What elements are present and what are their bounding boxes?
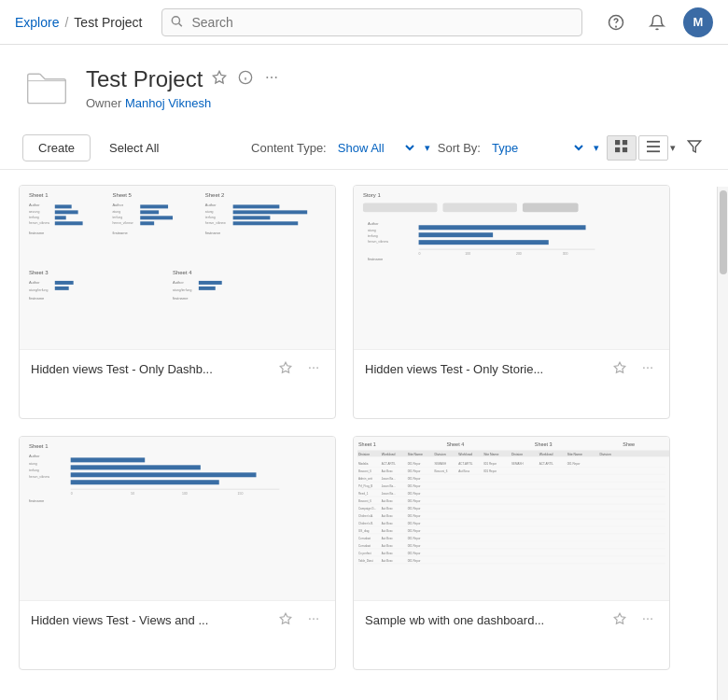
card-4-more[interactable] [637,610,658,630]
card-4-title: Sample wb with one dashboard... [365,613,602,627]
svg-rect-16 [647,146,660,147]
svg-text:Workload: Workload [458,453,472,456]
svg-rect-66 [363,203,438,212]
svg-text:ACT-ARTIL: ACT-ARTIL [382,462,396,466]
select-all-button[interactable]: Select All [102,137,166,159]
svg-text:henvn_viknew: henvn_viknew [29,475,49,479]
svg-rect-92 [71,465,201,469]
list-view-button[interactable] [638,135,668,161]
explore-link[interactable]: Explore [15,15,59,30]
svg-text:atung: atung [205,210,214,214]
svg-text:Table_Diast: Table_Diast [358,559,373,563]
svg-text:Jason Ba...: Jason Ba... [382,484,396,488]
owner-link[interactable]: Manhoj Viknesh [125,96,211,110]
svg-text:Aut Bosc: Aut Bosc [382,552,393,555]
svg-text:Author: Author [112,203,123,207]
svg-point-103 [313,618,315,620]
scrollbar-thumb[interactable] [720,190,727,274]
user-avatar[interactable]: M [683,7,713,37]
bell-button[interactable] [642,7,672,37]
svg-text:Sheet 4: Sheet 4 [446,441,464,447]
card-1-favorite[interactable] [275,359,296,379]
svg-text:firstname: firstname [173,296,189,301]
view-toggle: ▾ [607,135,676,161]
svg-text:001 Repor: 001 Repor [408,484,421,488]
svg-text:Bosconi_6: Bosconi_6 [434,469,447,473]
svg-text:001 Repor: 001 Repor [408,522,421,525]
svg-text:Site Name: Site Name [483,453,498,456]
svg-point-0 [172,16,179,23]
svg-text:Author: Author [29,203,40,207]
svg-rect-58 [199,281,222,285]
svg-text:001 Repor: 001 Repor [408,462,421,466]
svg-text:Aut Bosc: Aut Bosc [382,469,393,473]
search-bar [161,8,583,36]
svg-text:Division: Division [434,453,445,456]
svg-point-85 [651,367,652,369]
svg-text:Workload: Workload [539,453,553,456]
project-header: Test Project Owner Manhoj V [0,45,728,127]
content-type-select[interactable]: Show All Workbooks Views [334,140,417,156]
chevron-sort-icon: ▾ [594,142,599,154]
card-3-favorite[interactable] [275,610,296,630]
svg-text:50: 50 [131,492,134,496]
svg-rect-94 [71,480,219,484]
search-input[interactable] [161,8,583,36]
svg-marker-185 [614,613,625,623]
svg-rect-53 [55,287,69,290]
more-options-button[interactable] [262,68,281,90]
chevron-view-icon: ▾ [670,142,676,154]
filter-button[interactable] [683,135,706,161]
create-button[interactable]: Create [22,134,91,161]
svg-point-186 [643,618,645,620]
help-button[interactable] [601,7,631,37]
svg-text:Sheet 3: Sheet 3 [29,270,49,275]
card-3-title: Hidden views Test - Views and ... [31,613,268,627]
svg-text:Author: Author [29,280,40,285]
sort-select[interactable]: Type Name Date Modified [488,140,586,156]
card-4-favorite[interactable] [609,610,630,630]
svg-text:Sheet 4: Sheet 4 [173,270,192,275]
svg-rect-12 [623,140,627,145]
grid-view-button[interactable] [607,135,637,161]
svg-point-62 [309,367,311,369]
svg-text:001 Repor: 001 Repor [408,507,421,511]
svg-rect-67 [442,203,517,212]
svg-text:001 Repor: 001 Repor [408,537,421,540]
card-1-thumbnail: Sheet 1 Author aevung terfung henvn_vikn… [20,186,335,349]
card-2[interactable]: Story 1 Author atung terfung henvn_vikne… [353,185,670,419]
svg-text:Author: Author [368,221,379,226]
svg-point-187 [647,618,649,620]
project-info: Test Project Owner Manhoj V [86,66,706,110]
svg-text:aevung: aevung [29,210,39,214]
svg-text:terfung: terfung [205,216,216,219]
svg-text:100: 100 [182,492,188,496]
favorite-button[interactable] [210,68,229,90]
svg-text:Aut Bosc: Aut Bosc [382,544,393,548]
svg-rect-11 [615,140,620,145]
svg-rect-46 [233,216,271,219]
card-3-more[interactable] [303,610,324,630]
card-1[interactable]: Sheet 1 Author aevung terfung henvn_vikn… [19,185,336,419]
svg-text:300: 300 [563,252,568,256]
svg-text:Story 1: Story 1 [363,192,382,198]
breadcrumb: Explore / Test Project [15,15,143,30]
svg-rect-52 [55,281,74,285]
card-2-more[interactable] [637,359,658,379]
scrollbar[interactable] [717,187,728,685]
card-3[interactable]: Sheet 1 Author atung terfung henvn_vikne… [19,436,336,670]
card-2-favorite[interactable] [609,359,630,379]
svg-text:Author: Author [29,454,40,458]
svg-text:001 Repor: 001 Repor [408,477,421,481]
svg-text:001 Repor: 001 Repor [408,514,421,518]
svg-rect-15 [647,141,660,143]
card-4[interactable]: Sheet 1 Sheet 4 Sheet 3 Shee Division Wo… [353,436,670,670]
svg-text:SEMASH: SEMASH [434,462,446,466]
svg-text:0: 0 [419,252,421,256]
card-1-more[interactable] [303,359,324,379]
svg-text:henvn_viknew: henvn_viknew [368,240,388,244]
svg-text:firstname: firstname [112,231,128,235]
svg-marker-61 [280,362,291,372]
info-button[interactable] [236,68,255,90]
svg-text:Madalia: Madalia [358,462,369,466]
